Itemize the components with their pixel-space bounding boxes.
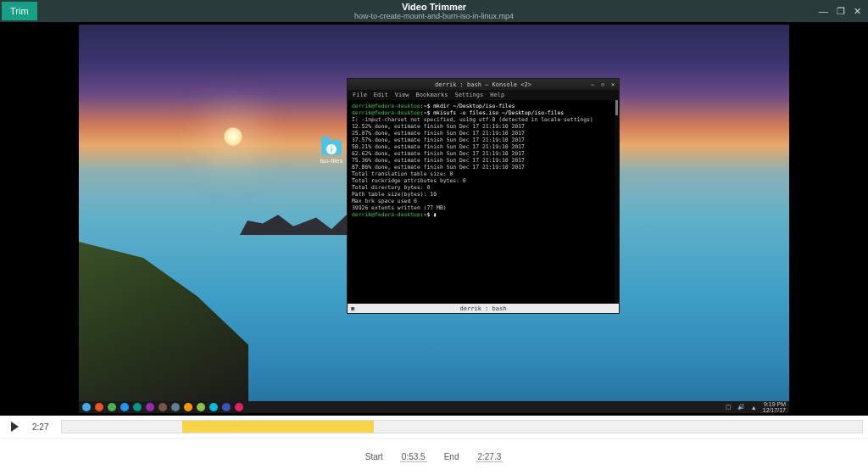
maximize-icon[interactable]: ❐: [837, 6, 845, 17]
taskbar-app-icon: [82, 403, 91, 411]
terminal-menu-edit: Edit: [374, 92, 388, 98]
app-title: Video Trimmer: [354, 3, 514, 12]
terminal-line: Max brk space used 0: [352, 198, 615, 204]
term-minimize-icon: —: [589, 81, 596, 88]
minimize-icon[interactable]: —: [819, 6, 828, 17]
trimmer-controls: 2:27 Start 0:53.5 End 2:27.3: [0, 416, 868, 475]
taskbar-app-icon: [235, 403, 243, 411]
term-close-icon: ✕: [609, 81, 616, 88]
terminal-line: Path table size(bytes): 10: [352, 191, 615, 198]
terminal-line: 62.62% done, estimate finish Sun Dec 17 …: [352, 150, 615, 157]
terminal-line: 75.36% done, estimate finish Sun Dec 17 …: [352, 157, 615, 164]
terminal-titlebar: derrik : bash — Konsole <2> — ▫ ✕: [348, 79, 619, 90]
taskbar-app-icon: [222, 403, 231, 411]
tray-up-icon: ▲: [751, 405, 757, 411]
terminal-line: 25.07% done, estimate finish Sun Dec 17 …: [352, 130, 615, 137]
terminal-line: 12.52% done, estimate finish Sun Dec 17 …: [352, 123, 615, 130]
folder-label: iso-files: [318, 157, 345, 165]
terminal-window: derrik : bash — Konsole <2> — ▫ ✕ FileEd…: [347, 78, 620, 314]
clock-date: 12/17/17: [763, 407, 786, 413]
end-label: End: [444, 452, 459, 461]
timeline-track[interactable]: [61, 420, 863, 433]
tray-box-icon: ▢: [726, 404, 732, 411]
new-tab-icon: ▣: [351, 305, 354, 312]
terminal-line: Total rockridge attributes bytes: 0: [352, 177, 615, 184]
terminal-menu-file: File: [353, 92, 367, 98]
terminal-line: 50.21% done, estimate finish Sun Dec 17 …: [352, 143, 615, 150]
sun-graphic: [223, 126, 243, 147]
start-value[interactable]: 0:53.5: [400, 452, 427, 462]
timeline-row: 2:27: [0, 416, 868, 439]
terminal-scrollbar: [615, 100, 619, 304]
terminal-body: derrik@fedora-desktop:~$ mkdir ~/Desktop…: [348, 100, 619, 304]
end-value[interactable]: 2:27.3: [476, 452, 503, 462]
terminal-line: 87.86% done, estimate finish Sun Dec 17 …: [352, 164, 615, 170]
terminal-line: derrik@fedora-desktop:~$ ▮: [352, 211, 615, 218]
taskbar-app-icon: [120, 403, 129, 411]
terminal-menubar: FileEditViewBookmarksSettingsHelp: [348, 90, 619, 100]
timeline-selection[interactable]: [182, 421, 375, 433]
cliff-graphic: [79, 242, 248, 403]
titlebar: Trim Video Trimmer how-to-create-mount-a…: [0, 0, 868, 22]
system-tray: ▢ 🔊 ▲ 9:19 PM 12/17/17: [726, 401, 786, 413]
terminal-menu-settings: Settings: [455, 92, 484, 98]
taskbar-app-icon: [146, 403, 154, 411]
terminal-line: 39926 extents written (77 MB): [352, 204, 615, 211]
terminal-line: I: -input-charset not specified, using u…: [352, 116, 615, 123]
video-frame: i iso-files derrik : bash — Konsole <2> …: [79, 25, 789, 413]
header-titles: Video Trimmer how-to-create-mount-and-bu…: [354, 3, 514, 20]
tray-volume-icon: 🔊: [737, 404, 745, 411]
clock: 9:19 PM 12/17/17: [763, 401, 786, 413]
file-title: how-to-create-mount-and-burn-iso-in-linu…: [354, 13, 514, 20]
video-preview-area: i iso-files derrik : bash — Konsole <2> …: [0, 22, 868, 416]
terminal-line: Total directory bytes: 0: [352, 184, 615, 191]
current-time-label: 2:27: [32, 422, 53, 432]
window-controls: — ❐ ✕: [819, 6, 868, 17]
trim-button[interactable]: Trim: [2, 2, 37, 20]
terminal-status-text: derrik : bash: [460, 305, 507, 312]
close-icon[interactable]: ✕: [854, 6, 861, 17]
desktop-folder-iso-files: i iso-files: [318, 140, 345, 165]
taskbar-app-icon: [184, 403, 192, 411]
terminal-menu-view: View: [395, 92, 409, 98]
taskbar-app-icon: [133, 403, 142, 411]
terminal-line: derrik@fedora-desktop:~$ mkdir ~/Desktop…: [352, 103, 615, 109]
terminal-line: Total translation table size: 0: [352, 170, 615, 177]
terminal-menu-help: Help: [490, 92, 504, 98]
taskbar-app-icon: [159, 403, 167, 411]
terminal-title: derrik : bash — Konsole <2>: [435, 81, 531, 88]
folder-icon: i: [321, 140, 342, 155]
terminal-line: 37.57% done, estimate finish Sun Dec 17 …: [352, 137, 615, 143]
play-button[interactable]: [5, 417, 24, 436]
taskbar-app-icon: [95, 403, 103, 411]
taskbar-pinned-apps: [82, 403, 243, 411]
info-icon: i: [326, 144, 337, 154]
clock-time: 9:19 PM: [763, 401, 786, 407]
taskbar-app-icon: [108, 403, 116, 411]
desktop-taskbar: ▢ 🔊 ▲ 9:19 PM 12/17/17: [79, 401, 789, 413]
terminal-line: derrik@fedora-desktop:~$ mkisofs -o file…: [352, 109, 615, 116]
start-end-row: Start 0:53.5 End 2:27.3: [0, 439, 868, 475]
term-maximize-icon: ▫: [599, 81, 606, 88]
taskbar-app-icon: [197, 403, 205, 411]
taskbar-app-icon: [209, 403, 218, 411]
terminal-menu-bookmarks: Bookmarks: [416, 92, 448, 98]
start-label: Start: [365, 452, 383, 461]
taskbar-app-icon: [171, 403, 180, 411]
terminal-statusbar: ▣ derrik : bash: [348, 304, 619, 313]
